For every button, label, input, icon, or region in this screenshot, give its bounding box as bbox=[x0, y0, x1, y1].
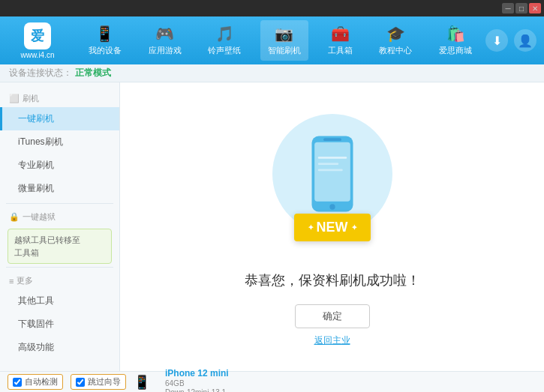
phone-svg bbox=[306, 133, 359, 215]
sidebar-item-itunes-flash[interactable]: iTunes刷机 bbox=[0, 130, 119, 154]
ringtone-icon: 🎵 bbox=[215, 25, 234, 43]
sidebar-section-jailbreak: 🔒 一键越狱 bbox=[0, 207, 119, 226]
success-graphic: NEW bbox=[257, 106, 407, 256]
conn-value: 正常模式 bbox=[75, 67, 111, 79]
maximize-btn[interactable]: □ bbox=[515, 3, 527, 13]
toolbox-label: 工具箱 bbox=[328, 45, 353, 56]
my-device-icon: 📱 bbox=[95, 25, 114, 43]
nav-ringtone[interactable]: 🎵 铃声壁纸 bbox=[200, 20, 248, 61]
device-storage: 64GB bbox=[165, 379, 229, 388]
device-firmware: Down-12mini-13,1 bbox=[165, 388, 229, 393]
back-link[interactable]: 返回主业 bbox=[314, 334, 350, 347]
ringtone-label: 铃声壁纸 bbox=[208, 45, 241, 56]
sidebar-divider-2 bbox=[6, 267, 113, 268]
smart-flash-label: 智能刷机 bbox=[268, 45, 301, 56]
top-nav: 爱 www.i4.cn 📱 我的设备 🎮 应用游戏 🎵 铃声壁纸 📷 智能刷机 … bbox=[0, 16, 544, 64]
nav-tutorial[interactable]: 🎓 教程中心 bbox=[371, 20, 419, 61]
flash-section-label: 刷机 bbox=[23, 93, 39, 104]
conn-label: 设备连接状态： bbox=[9, 67, 72, 79]
use-wizard-input[interactable] bbox=[76, 378, 85, 387]
sidebar-section-more: ≡ 更多 bbox=[0, 271, 119, 289]
jailbreak-section-label: 一键越狱 bbox=[23, 211, 56, 223]
user-btn[interactable]: 👤 bbox=[514, 29, 536, 52]
jailbreak-notice: 越狱工具已转移至工具箱 bbox=[8, 229, 112, 264]
connection-status-bar: 设备连接状态： 正常模式 bbox=[0, 64, 544, 82]
toolbox-icon: 🧰 bbox=[331, 25, 350, 43]
logo-icon: 爱 bbox=[24, 22, 51, 49]
nav-items: 📱 我的设备 🎮 应用游戏 🎵 铃声壁纸 📷 智能刷机 🧰 工具箱 🎓 教程中心… bbox=[75, 20, 485, 61]
sidebar: ⬜ 刷机 一键刷机 iTunes刷机 专业刷机 微量刷机 🔒 一键越狱 越狱工具… bbox=[0, 82, 120, 371]
more-section-icon: ≡ bbox=[9, 277, 14, 286]
store-icon: 🛍️ bbox=[446, 25, 465, 43]
store-label: 爱思商城 bbox=[439, 45, 472, 56]
nav-app-game[interactable]: 🎮 应用游戏 bbox=[141, 20, 189, 61]
sidebar-item-advanced[interactable]: 高级功能 bbox=[0, 336, 119, 359]
success-title: 恭喜您，保资料刷机成功啦！ bbox=[245, 271, 420, 289]
use-wizard-checkbox[interactable]: 跳过向导 bbox=[71, 374, 126, 390]
logo-url: www.i4.cn bbox=[20, 51, 54, 59]
app-game-icon: 🎮 bbox=[155, 25, 174, 43]
nav-my-device[interactable]: 📱 我的设备 bbox=[81, 20, 129, 61]
auto-flash-label: 自动检测 bbox=[25, 376, 58, 388]
sidebar-item-fix-flash[interactable]: 微量刷机 bbox=[0, 177, 119, 200]
nav-smart-flash[interactable]: 📷 智能刷机 bbox=[260, 20, 308, 61]
main-area: ⬜ 刷机 一键刷机 iTunes刷机 专业刷机 微量刷机 🔒 一键越狱 越狱工具… bbox=[0, 82, 544, 371]
title-bar: ─ □ ✕ bbox=[0, 0, 544, 16]
svg-rect-2 bbox=[323, 138, 341, 141]
sidebar-item-other-tools[interactable]: 其他工具 bbox=[0, 289, 119, 313]
tutorial-icon: 🎓 bbox=[386, 25, 405, 43]
svg-rect-4 bbox=[317, 157, 347, 159]
device-phone-icon: 📱 bbox=[134, 374, 150, 391]
lock-icon: 🔒 bbox=[9, 212, 20, 222]
new-badge: NEW bbox=[294, 214, 371, 241]
sidebar-item-one-key-flash[interactable]: 一键刷机 bbox=[0, 107, 119, 130]
nav-store[interactable]: 🛍️ 爱思商城 bbox=[431, 20, 479, 61]
smart-flash-icon: 📷 bbox=[275, 25, 293, 43]
flash-section-icon: ⬜ bbox=[9, 94, 20, 103]
svg-rect-6 bbox=[317, 169, 342, 172]
sidebar-item-pro-flash[interactable]: 专业刷机 bbox=[0, 154, 119, 177]
my-device-label: 我的设备 bbox=[89, 45, 122, 56]
app-game-label: 应用游戏 bbox=[149, 45, 182, 56]
download-btn[interactable]: ⬇ bbox=[485, 29, 508, 52]
tutorial-label: 教程中心 bbox=[379, 45, 412, 56]
device-name: iPhone 12 mini bbox=[165, 368, 229, 379]
nav-right: ⬇ 👤 bbox=[485, 29, 536, 52]
logo: 爱 www.i4.cn bbox=[8, 22, 68, 59]
device-info: iPhone 12 mini 64GB Down-12mini-13,1 bbox=[158, 368, 236, 393]
nav-toolbox[interactable]: 🧰 工具箱 bbox=[320, 20, 360, 61]
confirm-button[interactable]: 确定 bbox=[295, 304, 370, 328]
sidebar-divider-1 bbox=[6, 203, 113, 204]
use-wizard-label: 跳过向导 bbox=[88, 376, 121, 388]
svg-rect-5 bbox=[317, 163, 338, 165]
minimize-btn[interactable]: ─ bbox=[502, 3, 514, 13]
svg-rect-1 bbox=[314, 142, 350, 202]
svg-point-3 bbox=[329, 204, 335, 209]
auto-flash-checkbox[interactable]: 自动检测 bbox=[8, 374, 63, 390]
close-btn[interactable]: ✕ bbox=[529, 3, 541, 13]
sidebar-item-download-fw[interactable]: 下载固件 bbox=[0, 313, 119, 336]
device-bar: 自动检测 跳过向导 📱 iPhone 12 mini 64GB Down-12m… bbox=[0, 371, 544, 392]
sidebar-section-flash: ⬜ 刷机 bbox=[0, 88, 119, 107]
content-area: NEW 恭喜您，保资料刷机成功啦！ 确定 返回主业 bbox=[120, 82, 544, 371]
more-section-label: 更多 bbox=[17, 275, 33, 286]
auto-flash-input[interactable] bbox=[13, 378, 22, 387]
